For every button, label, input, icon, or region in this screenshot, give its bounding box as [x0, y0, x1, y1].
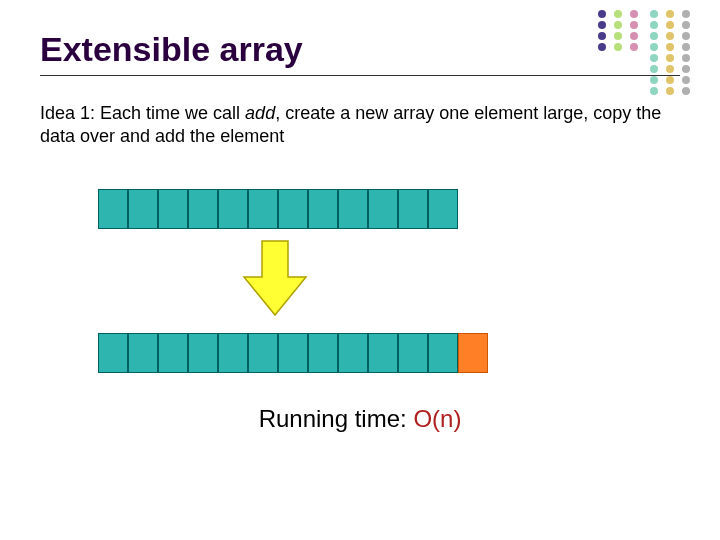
array-cell	[428, 333, 458, 373]
array-cell	[368, 189, 398, 229]
idea-text: Idea 1: Each time we call add, create a …	[40, 102, 680, 149]
svg-point-14	[650, 32, 658, 40]
array-cell	[248, 189, 278, 229]
svg-point-22	[666, 32, 674, 40]
svg-point-9	[630, 21, 638, 29]
svg-point-26	[666, 76, 674, 84]
svg-point-11	[630, 43, 638, 51]
svg-point-29	[682, 21, 690, 29]
svg-point-8	[630, 10, 638, 18]
svg-point-30	[682, 32, 690, 40]
svg-point-3	[598, 43, 606, 51]
svg-point-35	[682, 87, 690, 95]
array-before	[98, 189, 720, 229]
svg-point-13	[650, 21, 658, 29]
svg-point-31	[682, 43, 690, 51]
svg-point-28	[682, 10, 690, 18]
svg-point-25	[666, 65, 674, 73]
array-cell	[338, 189, 368, 229]
running-time-value: O(n)	[413, 405, 461, 432]
svg-point-32	[682, 54, 690, 62]
array-cell	[278, 189, 308, 229]
svg-point-6	[614, 32, 622, 40]
svg-point-0	[598, 10, 606, 18]
svg-point-5	[614, 21, 622, 29]
svg-point-18	[650, 76, 658, 84]
svg-point-4	[614, 10, 622, 18]
running-time: Running time: O(n)	[0, 405, 720, 433]
array-after	[98, 333, 720, 373]
array-cell	[188, 189, 218, 229]
running-time-label: Running time:	[259, 405, 414, 432]
svg-point-19	[650, 87, 658, 95]
svg-point-23	[666, 43, 674, 51]
svg-point-21	[666, 21, 674, 29]
corner-dot-decoration	[596, 8, 706, 98]
svg-point-16	[650, 54, 658, 62]
svg-point-24	[666, 54, 674, 62]
array-cell	[98, 333, 128, 373]
svg-point-7	[614, 43, 622, 51]
down-arrow-icon	[240, 239, 720, 323]
svg-marker-36	[244, 241, 306, 315]
svg-point-34	[682, 76, 690, 84]
array-cell	[158, 189, 188, 229]
svg-point-2	[598, 32, 606, 40]
title-rule: Extensible array	[40, 30, 680, 76]
array-cell	[188, 333, 218, 373]
array-cell	[128, 189, 158, 229]
idea-prefix: Idea 1: Each time we call	[40, 103, 245, 123]
array-cell	[308, 189, 338, 229]
array-cell	[338, 333, 368, 373]
svg-point-33	[682, 65, 690, 73]
svg-point-10	[630, 32, 638, 40]
svg-point-17	[650, 65, 658, 73]
array-cell	[428, 189, 458, 229]
array-cell	[248, 333, 278, 373]
svg-point-20	[666, 10, 674, 18]
slide-title: Extensible array	[40, 30, 680, 69]
svg-point-1	[598, 21, 606, 29]
svg-point-15	[650, 43, 658, 51]
array-cell	[128, 333, 158, 373]
array-cell	[218, 333, 248, 373]
array-cell	[398, 189, 428, 229]
array-cell	[308, 333, 338, 373]
array-cell	[98, 189, 128, 229]
array-cell	[218, 189, 248, 229]
idea-emph: add	[245, 103, 275, 123]
array-cell	[368, 333, 398, 373]
array-cell-new	[458, 333, 488, 373]
svg-point-12	[650, 10, 658, 18]
array-cell	[398, 333, 428, 373]
array-cell	[278, 333, 308, 373]
svg-point-27	[666, 87, 674, 95]
array-cell	[158, 333, 188, 373]
